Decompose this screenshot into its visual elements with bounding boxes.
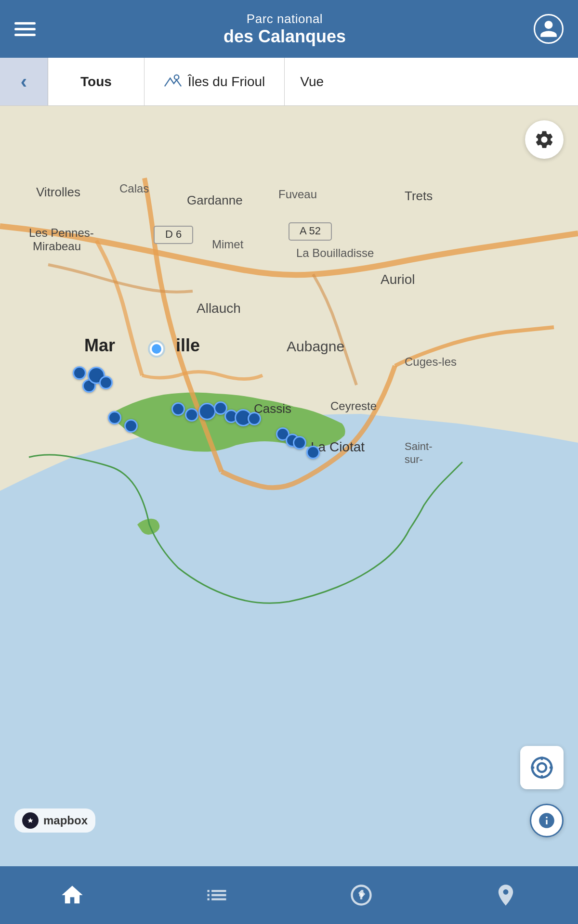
settings-button[interactable] xyxy=(525,120,564,159)
locate-me-button[interactable] xyxy=(520,746,564,789)
nav-list[interactable] xyxy=(188,876,246,914)
svg-text:A 52: A 52 xyxy=(300,225,321,237)
map-container[interactable]: D 6 A 52 Vitrolles Calas Gardanne Fuveau… xyxy=(0,106,578,866)
svg-text:Calas: Calas xyxy=(119,182,149,195)
map-pin[interactable] xyxy=(99,376,113,389)
info-icon xyxy=(538,811,556,830)
svg-text:ille: ille xyxy=(176,335,200,355)
map-svg: D 6 A 52 Vitrolles Calas Gardanne Fuveau… xyxy=(0,106,578,866)
location-target-icon xyxy=(529,755,555,781)
menu-button[interactable] xyxy=(14,22,36,36)
svg-text:Vitrolles: Vitrolles xyxy=(36,185,80,199)
svg-point-0 xyxy=(174,75,179,79)
svg-text:Aubagne: Aubagne xyxy=(287,338,344,354)
svg-text:Cuges-les: Cuges-les xyxy=(405,355,457,368)
mapbox-label: mapbox xyxy=(43,814,88,827)
map-pin[interactable] xyxy=(306,446,320,459)
tab-iles-label: Îles du Frioul xyxy=(188,74,265,90)
svg-text:Allauch: Allauch xyxy=(197,301,241,316)
map-pin[interactable] xyxy=(293,436,306,449)
mapbox-icon-svg xyxy=(25,815,36,826)
map-pin[interactable] xyxy=(108,411,121,424)
info-button[interactable] xyxy=(530,804,564,837)
tab-vue-partial[interactable]: Vue xyxy=(285,58,578,105)
nav-map[interactable] xyxy=(477,876,535,914)
tab-iles-du-frioul[interactable]: Îles du Frioul xyxy=(144,58,285,105)
header-main-title: des Calanques xyxy=(223,26,346,47)
header-subtitle: Parc national xyxy=(223,12,346,26)
map-pin[interactable] xyxy=(198,403,216,420)
svg-text:Les Pennes-: Les Pennes- xyxy=(29,226,94,239)
svg-text:Trets: Trets xyxy=(405,189,433,203)
svg-text:Auriol: Auriol xyxy=(381,272,415,287)
app-header: Parc national des Calanques xyxy=(0,0,578,58)
map-pin[interactable] xyxy=(124,419,138,433)
svg-text:Cassis: Cassis xyxy=(254,401,291,416)
svg-text:D 6: D 6 xyxy=(165,228,182,240)
header-title: Parc national des Calanques xyxy=(223,12,346,47)
compass-icon xyxy=(349,883,374,908)
svg-text:sur-: sur- xyxy=(405,453,423,465)
list-icon xyxy=(204,883,229,908)
current-location-pin xyxy=(150,342,163,356)
svg-text:Mimet: Mimet xyxy=(212,238,244,251)
svg-text:Saint-: Saint- xyxy=(405,440,432,452)
nav-home[interactable] xyxy=(43,876,101,914)
svg-point-32 xyxy=(359,893,364,898)
mapbox-attribution: mapbox xyxy=(14,808,95,833)
svg-text:La Bouilladisse: La Bouilladisse xyxy=(296,246,374,259)
svg-text:Mar: Mar xyxy=(84,335,115,355)
svg-text:Mirabeau: Mirabeau xyxy=(33,240,81,253)
tab-tous[interactable]: Tous xyxy=(48,58,144,105)
tab-vue-label: Vue xyxy=(300,74,324,90)
map-pin[interactable] xyxy=(73,366,86,380)
profile-button[interactable] xyxy=(534,14,564,44)
map-pin[interactable] xyxy=(171,402,185,416)
tab-tous-label: Tous xyxy=(80,74,112,90)
gear-icon xyxy=(534,129,555,150)
svg-text:Ceyreste: Ceyreste xyxy=(330,399,377,412)
tab-back-button[interactable]: ‹ xyxy=(0,58,48,105)
user-icon xyxy=(539,19,559,39)
map-pin[interactable] xyxy=(248,412,261,425)
chevron-left-icon: ‹ xyxy=(21,71,27,92)
mountain-icon xyxy=(164,72,182,92)
nav-discover[interactable] xyxy=(332,876,390,914)
svg-text:Gardanne: Gardanne xyxy=(187,193,243,207)
svg-text:Fuveau: Fuveau xyxy=(278,188,317,201)
bottom-navigation xyxy=(0,866,578,924)
home-icon xyxy=(60,883,85,908)
pin-icon xyxy=(493,883,518,908)
map-pin[interactable] xyxy=(185,408,198,422)
mapbox-logo-icon xyxy=(22,812,39,829)
tabs-bar: ‹ Tous Îles du Frioul Vue xyxy=(0,58,578,106)
